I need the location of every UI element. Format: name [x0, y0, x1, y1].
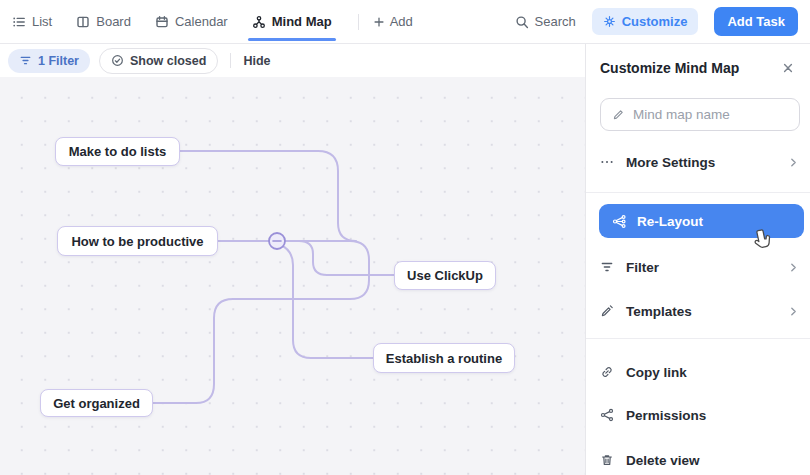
permissions-label: Permissions — [626, 408, 706, 423]
close-panel-button[interactable] — [778, 58, 798, 78]
topbar-actions: Search Customize Add Task — [515, 7, 799, 36]
mind-map-node[interactable]: How to be productive — [57, 226, 218, 256]
edge-use-clickup — [285, 241, 394, 275]
canvas-toolbar: 1 Filter Show closed Hide — [0, 44, 585, 77]
tab-list[interactable]: List — [12, 0, 52, 44]
list-icon — [12, 15, 26, 29]
mind-map-node[interactable]: Get organized — [40, 389, 153, 417]
tab-label: Calendar — [175, 14, 228, 29]
divider — [586, 192, 810, 193]
mind-map-name-field[interactable] — [600, 98, 800, 131]
edge-establish-a-routine — [281, 245, 373, 358]
view-tabs-bar: List Board Calendar Mind Map — [0, 0, 810, 44]
copy-link-label: Copy link — [626, 365, 687, 380]
board-icon — [76, 15, 90, 29]
ellipsis-icon — [600, 155, 614, 169]
search-label: Search — [535, 14, 576, 29]
tab-label: Mind Map — [272, 14, 332, 29]
add-view-label: Add — [390, 14, 413, 29]
permissions-item[interactable]: Permissions — [600, 404, 800, 426]
trash-icon — [600, 453, 614, 467]
filter-icon — [19, 54, 32, 67]
mind-map-node[interactable]: Make to do lists — [55, 137, 180, 166]
add-view-button[interactable]: Add — [373, 14, 413, 29]
clickup-mindmap-view: List Board Calendar Mind Map — [0, 0, 810, 475]
mind-map-node[interactable]: Establish a routine — [373, 343, 515, 373]
tab-calendar[interactable]: Calendar — [155, 0, 228, 44]
filter-chip[interactable]: 1 Filter — [8, 49, 90, 73]
close-icon — [781, 61, 795, 75]
chevron-right-icon — [787, 261, 800, 274]
more-settings-item[interactable]: More Settings — [600, 151, 800, 173]
customize-button[interactable]: Customize — [592, 8, 699, 35]
tab-label: List — [32, 14, 52, 29]
hide-button[interactable]: Hide — [243, 54, 270, 68]
templates-icon — [600, 304, 614, 318]
search-button[interactable]: Search — [515, 14, 576, 29]
relayout-label: Re-Layout — [637, 214, 703, 229]
gear-icon — [603, 15, 616, 28]
add-task-label: Add Task — [727, 14, 785, 29]
more-settings-label: More Settings — [626, 155, 715, 170]
mind-map-canvas[interactable]: Make to do lists How to be productive Us… — [0, 77, 585, 475]
show-closed-button[interactable]: Show closed — [99, 48, 218, 74]
customize-label: Customize — [622, 14, 688, 29]
hide-label: Hide — [243, 54, 270, 68]
relayout-button[interactable]: Re-Layout — [599, 204, 804, 238]
mind-map-icon — [252, 15, 266, 29]
relayout-icon — [612, 214, 627, 229]
search-icon — [515, 15, 529, 29]
filter-label: Filter — [626, 260, 659, 275]
mind-map-name-input[interactable] — [633, 107, 810, 122]
filter-chip-label: 1 Filter — [38, 54, 79, 68]
check-circle-icon — [111, 54, 124, 67]
chevron-right-icon — [787, 305, 800, 318]
delete-view-label: Delete view — [626, 453, 700, 468]
show-closed-label: Show closed — [130, 54, 206, 68]
mind-map-node[interactable]: Use ClickUp — [394, 261, 496, 290]
calendar-icon — [155, 15, 169, 29]
tab-mind-map[interactable]: Mind Map — [252, 0, 332, 44]
filter-icon — [600, 260, 614, 274]
copy-link-item[interactable]: Copy link — [600, 361, 800, 383]
delete-view-item[interactable]: Delete view — [600, 449, 800, 471]
edge-get-organized — [153, 241, 369, 403]
plus-icon — [373, 16, 385, 28]
divider — [358, 14, 359, 30]
tab-label: Board — [96, 14, 131, 29]
panel-title: Customize Mind Map — [600, 60, 739, 76]
templates-item[interactable]: Templates — [600, 300, 800, 322]
templates-label: Templates — [626, 304, 692, 319]
divider — [586, 338, 810, 339]
pencil-icon — [612, 108, 625, 121]
collapse-node-icon — [269, 233, 285, 249]
customize-panel: Customize Mind Map More Settings — [585, 44, 810, 475]
chevron-right-icon — [787, 156, 800, 169]
filter-item[interactable]: Filter — [600, 256, 800, 278]
divider — [230, 53, 231, 68]
share-icon — [600, 408, 614, 422]
add-task-button[interactable]: Add Task — [714, 7, 798, 36]
link-icon — [600, 365, 614, 379]
tab-board[interactable]: Board — [76, 0, 131, 44]
